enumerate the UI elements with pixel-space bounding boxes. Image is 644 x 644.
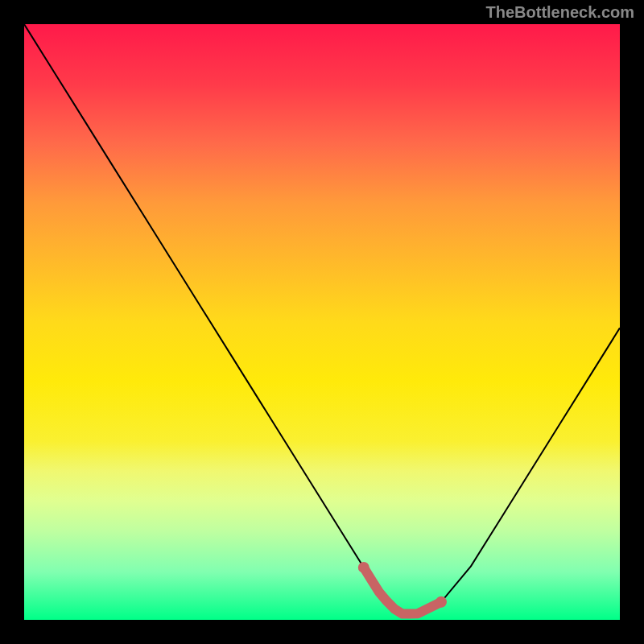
bottleneck-curve bbox=[24, 24, 620, 614]
chart-svg bbox=[24, 24, 620, 620]
optimal-range-highlight bbox=[364, 568, 441, 614]
highlight-dot-left bbox=[358, 562, 369, 573]
chart-plot-area bbox=[24, 24, 620, 620]
highlight-dot-right bbox=[436, 597, 447, 608]
watermark-text: TheBottleneck.com bbox=[486, 3, 634, 22]
